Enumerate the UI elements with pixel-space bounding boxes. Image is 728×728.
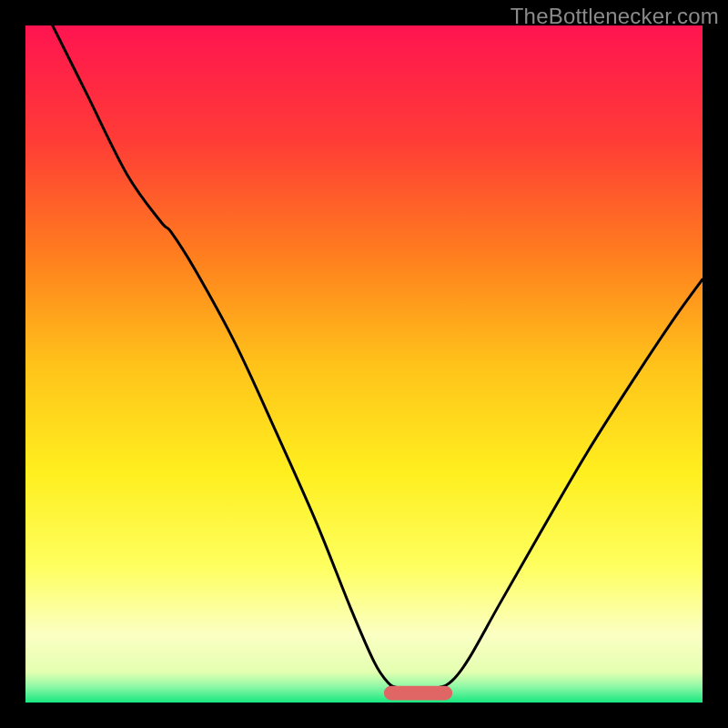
chart-frame: TheBottlenecker.com (0, 0, 728, 728)
plot-area (25, 25, 703, 703)
gradient-background (25, 25, 703, 703)
bottleneck-curve-chart (25, 25, 703, 703)
